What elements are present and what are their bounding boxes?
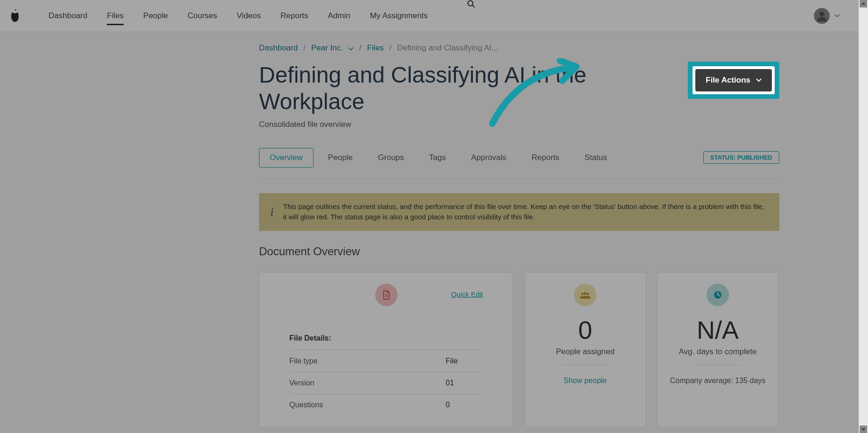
- details-value: File: [446, 357, 483, 365]
- table-row: Version 01: [289, 372, 483, 394]
- top-navigation: Dashboard Files People Courses Videos Re…: [0, 0, 868, 32]
- svg-point-2: [819, 12, 824, 16]
- scroll-up-icon: [860, 0, 867, 7]
- search-icon[interactable]: [467, 0, 476, 32]
- tab-people[interactable]: People: [317, 148, 364, 168]
- tab-overview[interactable]: Overview: [259, 148, 314, 168]
- file-details-heading: File Details:: [271, 334, 502, 342]
- page-subtitle: Consolidated file overview: [259, 120, 688, 129]
- file-actions-highlight: File Actions: [688, 62, 779, 99]
- tab-status[interactable]: Status: [574, 148, 618, 168]
- tab-reports[interactable]: Reports: [521, 148, 570, 168]
- show-people-link[interactable]: Show people: [564, 377, 607, 384]
- file-actions-button[interactable]: File Actions: [695, 69, 772, 91]
- main-content: Dashboard / Pear Inc. / Files / Defining…: [89, 32, 779, 433]
- people-icon: [574, 284, 596, 306]
- breadcrumb-org-label: Pear Inc.: [311, 43, 343, 52]
- logo[interactable]: [9, 9, 21, 23]
- file-actions-label: File Actions: [706, 76, 750, 85]
- divider: [694, 365, 741, 365]
- details-label: File type: [289, 357, 446, 365]
- card-avg-days: N/A Avg. days to complete Company averag…: [657, 272, 778, 427]
- details-label: Questions: [289, 401, 446, 409]
- user-menu[interactable]: [814, 8, 859, 24]
- tabs: Overview People Groups Tags Approvals Re…: [259, 148, 779, 168]
- table-row: File type File: [289, 350, 483, 372]
- details-table: File type File Version 01 Questions 0: [289, 350, 483, 416]
- avg-days-value: N/A: [669, 315, 767, 344]
- tabs-right: STATUS: PUBLISHED: [703, 151, 779, 164]
- chevron-down-icon: [756, 78, 762, 82]
- quick-edit-link[interactable]: Quick Edit: [451, 290, 483, 298]
- company-average-prefix: Company average:: [670, 377, 735, 384]
- page-header: Defining and Classifying AI in the Workp…: [89, 62, 779, 129]
- section-heading: Document Overview: [259, 245, 779, 258]
- file-actions-wrapper: File Actions: [688, 62, 779, 99]
- file-actions-inner: File Actions: [693, 66, 775, 94]
- avatar: [814, 8, 830, 24]
- svg-point-5: [584, 292, 587, 295]
- nav-files[interactable]: Files: [107, 0, 124, 32]
- people-label: People assigned: [536, 347, 634, 356]
- divider: [562, 365, 609, 365]
- breadcrumb-sep: /: [389, 43, 392, 53]
- scroll-down-icon: [860, 426, 867, 433]
- document-icon: [375, 284, 398, 306]
- breadcrumb-dashboard[interactable]: Dashboard: [259, 43, 298, 53]
- nav-items: Dashboard Files People Courses Videos Re…: [49, 0, 814, 32]
- details-label: Version: [289, 379, 446, 387]
- card-document-details: Quick Edit File Details: File type File …: [259, 272, 513, 427]
- company-average: Company average: 135 days: [669, 377, 767, 385]
- page-title: Defining and Classifying AI in the Workp…: [259, 62, 609, 115]
- nav-people[interactable]: People: [143, 0, 168, 32]
- breadcrumb-org[interactable]: Pear Inc.: [311, 43, 354, 53]
- svg-point-0: [468, 1, 473, 6]
- tab-tags[interactable]: Tags: [419, 148, 457, 168]
- nav-reports[interactable]: Reports: [280, 0, 308, 32]
- svg-line-1: [472, 5, 475, 7]
- breadcrumb-files[interactable]: Files: [367, 43, 384, 53]
- chevron-down-icon: [834, 14, 840, 18]
- info-icon: i: [270, 204, 274, 219]
- details-value: 01: [446, 379, 483, 387]
- nav-my-assignments[interactable]: My Assignments: [370, 0, 428, 32]
- breadcrumb-sep: /: [359, 43, 362, 53]
- details-value: 0: [446, 401, 483, 409]
- page-title-section: Defining and Classifying AI in the Workp…: [259, 62, 688, 129]
- tab-approvals[interactable]: Approvals: [460, 148, 517, 168]
- breadcrumb-sep: /: [303, 43, 306, 53]
- table-row: Questions 0: [289, 394, 483, 416]
- company-average-value: 135 days: [735, 377, 765, 384]
- status-badge: STATUS: PUBLISHED: [703, 151, 779, 164]
- info-text: This page outlines the current status, a…: [283, 202, 768, 223]
- info-banner: i This page outlines the current status,…: [259, 193, 779, 231]
- breadcrumb: Dashboard / Pear Inc. / Files / Defining…: [89, 43, 779, 62]
- chevron-down-icon: [348, 44, 354, 53]
- divider: [259, 179, 779, 179]
- svg-point-6: [581, 293, 584, 295]
- svg-point-7: [587, 293, 589, 295]
- scrollbar[interactable]: [859, 0, 868, 433]
- people-count: 0: [536, 315, 634, 344]
- tab-groups[interactable]: Groups: [367, 148, 415, 168]
- nav-dashboard[interactable]: Dashboard: [49, 0, 87, 32]
- card-header: Quick Edit: [271, 284, 502, 315]
- card-people-assigned: 0 People assigned Show people: [525, 272, 646, 427]
- nav-admin[interactable]: Admin: [328, 0, 350, 32]
- nav-courses[interactable]: Courses: [188, 0, 217, 32]
- nav-videos[interactable]: Videos: [237, 0, 261, 32]
- cards-row: Quick Edit File Details: File type File …: [259, 272, 779, 427]
- avg-days-label: Avg. days to complete: [669, 347, 767, 356]
- clock-icon: [707, 284, 729, 306]
- breadcrumb-current: Defining and Classifying AI...: [397, 43, 498, 53]
